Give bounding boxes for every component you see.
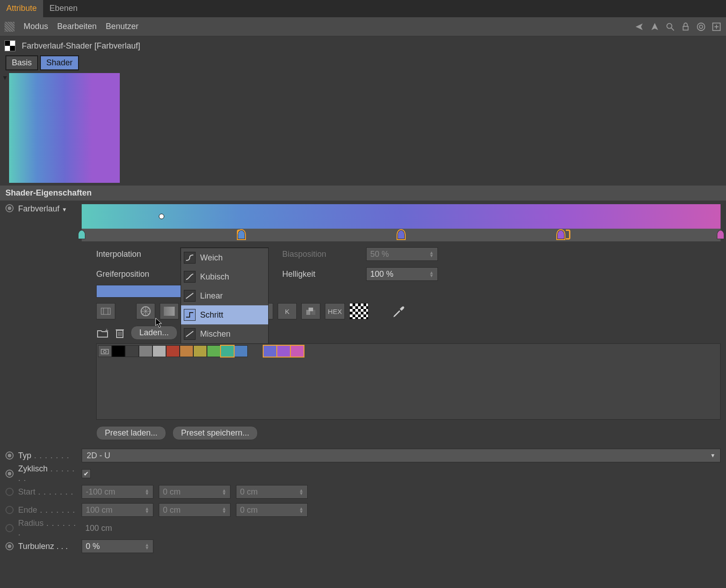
color-mode-spectrum[interactable] [160, 303, 179, 319]
label-turbulenz: Turbulenz . . . [18, 542, 77, 551]
tab-ebenen[interactable]: Ebenen [43, 0, 84, 17]
bottom-properties: Typ 2D - U▼ Zyklisch ✔ Start -100 cm▲▼ 0… [0, 444, 726, 558]
color-mode-swatch[interactable] [349, 303, 368, 319]
gradient-stop[interactable] [397, 230, 405, 239]
color-mode-picker[interactable] [96, 303, 115, 319]
bracket-right[interactable] [566, 230, 570, 240]
label-zyklisch: Zyklisch [18, 464, 77, 483]
anim-dot-zyklisch[interactable] [5, 470, 14, 478]
svg-text:+: + [105, 328, 108, 334]
menu-benutzer[interactable]: Benutzer [106, 22, 138, 31]
gradient-stop[interactable] [238, 230, 245, 239]
swatch[interactable] [125, 345, 139, 357]
gradient-stop[interactable] [717, 230, 724, 239]
swatch[interactable] [112, 345, 125, 357]
swatch[interactable] [221, 345, 234, 357]
swatch[interactable] [290, 345, 304, 357]
eyedropper-icon[interactable] [391, 304, 406, 318]
label-start: Start [18, 487, 77, 497]
color-mode-k[interactable]: K [278, 303, 297, 319]
swatch[interactable] [277, 345, 290, 357]
swatch[interactable] [180, 345, 193, 357]
preset-save-button[interactable]: Preset speichern... [172, 426, 258, 440]
color-mode-mixer[interactable] [301, 303, 320, 319]
gradient-stop[interactable] [557, 230, 564, 239]
color-mode-hex[interactable]: HEX [325, 303, 345, 319]
zyklisch-checkbox[interactable]: ✔ [82, 469, 91, 478]
svg-line-1 [672, 28, 674, 30]
swatch[interactable] [263, 345, 277, 357]
gradient-stop[interactable] [78, 230, 85, 239]
interp-option-linear[interactable]: Linear [181, 286, 268, 305]
subtab-basis[interactable]: Basis [5, 55, 38, 70]
add-folder-icon[interactable]: + [96, 327, 109, 339]
new-panel-icon[interactable] [711, 22, 721, 32]
swatch[interactable] [166, 345, 180, 357]
interp-option-mischen[interactable]: Mischen [181, 324, 268, 343]
anim-dot-typ[interactable] [5, 451, 14, 460]
biasposition-field: 50 %▲▼ [366, 247, 438, 261]
chevron-down-icon: ▼ [710, 452, 716, 459]
nav-back-icon[interactable] [634, 22, 644, 32]
svg-line-9 [186, 331, 193, 337]
svg-rect-2 [683, 26, 688, 30]
typ-dropdown[interactable]: 2D - U▼ [82, 449, 721, 462]
label-ende: Ende [18, 505, 77, 515]
label-farbverlauf: Farbverlauf ▼ [18, 204, 77, 214]
mode-icon[interactable] [5, 22, 15, 32]
swatch-camera[interactable] [98, 345, 112, 357]
label-biasposition: Biasposition [282, 250, 362, 259]
swatch[interactable] [207, 345, 221, 357]
swatch[interactable] [139, 345, 152, 357]
swatch[interactable] [193, 345, 207, 357]
start-z-field: 0 cm▲▼ [236, 485, 308, 499]
anim-dot-ende [5, 506, 14, 514]
preset-load-button[interactable]: Preset laden... [96, 426, 166, 440]
svg-point-4 [699, 25, 702, 28]
gradient-stop-track[interactable] [82, 229, 721, 241]
label-helligkeit: Helligkeit [282, 270, 362, 279]
color-mode-wheel[interactable] [136, 303, 155, 319]
svg-point-30 [103, 350, 106, 353]
start-y-field: 0 cm▲▼ [159, 485, 231, 499]
label-greiferposition: Greiferposition [96, 270, 176, 279]
interp-option-weich[interactable]: Weich [181, 248, 268, 267]
interpolation-dropdown[interactable]: Schritt ▼ Weich Kubisch [180, 247, 269, 261]
ende-z-field: 0 cm▲▼ [236, 503, 308, 517]
lock-icon[interactable] [681, 22, 691, 32]
menu-modus[interactable]: Modus [24, 22, 48, 31]
gradient-knot[interactable] [159, 214, 164, 219]
anim-dot-farbverlauf[interactable] [5, 204, 14, 212]
swatch-container [96, 343, 721, 420]
object-title: Farbverlauf-Shader [Farbverlauf] [22, 41, 140, 51]
turbulenz-field[interactable]: 0 %▲▼ [82, 539, 153, 553]
tab-attribute[interactable]: Attribute [0, 0, 43, 17]
swatch[interactable] [152, 345, 166, 357]
shader-preview[interactable] [9, 73, 120, 183]
helligkeit-field[interactable]: 100 %▲▼ [366, 267, 438, 281]
section-header: Shader-Eigenschaften [0, 186, 726, 201]
ende-y-field: 0 cm▲▼ [159, 503, 231, 517]
target-icon[interactable] [696, 22, 706, 32]
gradient-preset-row: Preset laden... Preset speichern... [96, 426, 721, 440]
gradient-bar[interactable] [82, 204, 721, 229]
object-header: Farbverlauf-Shader [Farbverlauf] [0, 36, 726, 55]
svg-rect-22 [309, 308, 313, 311]
interp-option-schritt[interactable]: Schritt [181, 305, 268, 324]
search-icon[interactable] [665, 22, 675, 32]
interp-option-kubisch[interactable]: Kubisch [181, 267, 268, 286]
toolbar: Modus Bearbeiten Benutzer [0, 17, 726, 36]
shader-subtabs: Basis Shader [0, 55, 726, 73]
menu-bearbeiten[interactable]: Bearbeiten [57, 22, 97, 31]
swatch-load-button[interactable]: Laden... [131, 326, 177, 340]
swatch[interactable] [234, 345, 248, 357]
preview-disclosure[interactable]: ▼ [2, 73, 9, 81]
svg-point-0 [667, 23, 672, 28]
trash-icon[interactable] [113, 327, 126, 339]
anim-dot-turbulenz[interactable] [5, 542, 14, 550]
anim-dot-start [5, 488, 14, 496]
panel-tabs: Attribute Ebenen [0, 0, 726, 17]
svg-point-3 [697, 23, 705, 30]
nav-up-icon[interactable] [650, 22, 660, 32]
subtab-shader[interactable]: Shader [40, 55, 79, 70]
